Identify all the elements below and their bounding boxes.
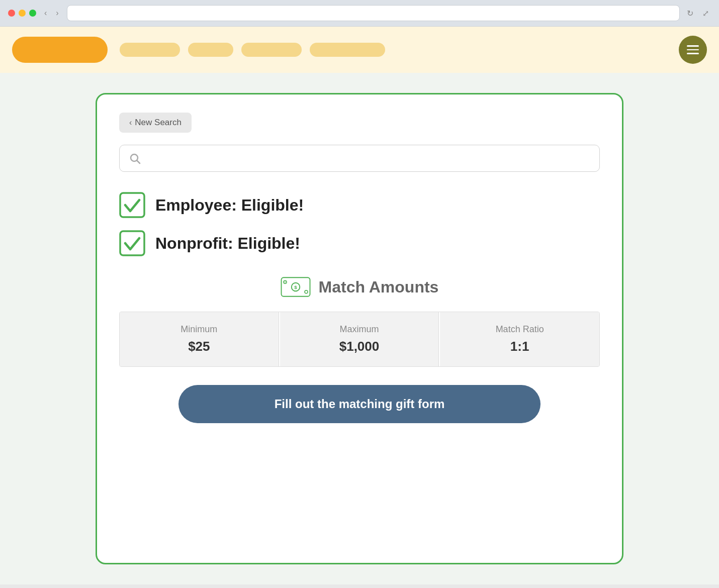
- match-ratio-stat: Match Ratio 1:1: [440, 312, 599, 366]
- reload-button[interactable]: ↻: [685, 7, 695, 20]
- match-amounts-title: Match Amounts: [319, 278, 439, 297]
- nav-pill-3[interactable]: [241, 43, 302, 57]
- new-search-label: New Search: [135, 118, 182, 128]
- svg-line-1: [137, 161, 140, 164]
- nav-logo[interactable]: [12, 37, 108, 63]
- minimum-stat: Minimum $25: [120, 312, 279, 366]
- expand-button[interactable]: ⤢: [700, 7, 711, 20]
- maximize-button[interactable]: [29, 10, 36, 17]
- employee-eligibility-row: Employee: Eligible!: [119, 192, 600, 218]
- svg-text:$: $: [294, 284, 297, 290]
- search-box: [119, 145, 600, 172]
- svg-point-9: [305, 290, 308, 293]
- chevron-left-icon: ‹: [129, 118, 132, 127]
- maximum-stat: Maximum $1,000: [280, 312, 439, 366]
- stats-grid: Minimum $25 Maximum $1,000 Match Ratio 1…: [119, 312, 600, 367]
- close-button[interactable]: [8, 10, 15, 17]
- nav-pill-4[interactable]: [310, 43, 385, 57]
- maximum-value: $1,000: [290, 339, 429, 354]
- svg-rect-3: [120, 231, 144, 255]
- match-ratio-value: 1:1: [450, 339, 589, 354]
- browser-chrome: ‹ › ↻ ⤢: [0, 0, 719, 27]
- minimize-button[interactable]: [19, 10, 26, 17]
- fill-form-button[interactable]: Fill out the matching gift form: [178, 385, 541, 423]
- match-amounts-header: $ Match Amounts: [119, 276, 600, 298]
- money-icon: $: [281, 276, 311, 298]
- hamburger-menu-button[interactable]: [679, 36, 707, 64]
- hamburger-line-3: [687, 53, 699, 54]
- minimum-value: $25: [130, 339, 268, 354]
- new-search-button[interactable]: ‹ New Search: [119, 113, 192, 133]
- maximum-label: Maximum: [290, 324, 429, 335]
- address-bar[interactable]: [67, 5, 680, 21]
- hamburger-line-1: [687, 45, 699, 47]
- employee-eligibility-label: Employee: Eligible!: [155, 196, 304, 215]
- minimum-label: Minimum: [130, 324, 268, 335]
- nonprofit-eligibility-label: Nonprofit: Eligible!: [155, 234, 300, 253]
- nav-buttons: ‹ ›: [41, 8, 62, 19]
- nonprofit-check-icon: [119, 230, 145, 256]
- main-content: ‹ New Search Employee: Eligible!: [0, 73, 719, 584]
- employee-check-icon: [119, 192, 145, 218]
- nonprofit-eligibility-row: Nonprofit: Eligible!: [119, 230, 600, 256]
- app-navbar: [0, 27, 719, 73]
- search-input[interactable]: [147, 153, 590, 163]
- hamburger-line-2: [687, 49, 699, 51]
- eligibility-card: ‹ New Search Employee: Eligible!: [96, 93, 623, 564]
- svg-rect-2: [120, 193, 144, 217]
- forward-button[interactable]: ›: [53, 8, 61, 19]
- match-ratio-label: Match Ratio: [450, 324, 589, 335]
- browser-titlebar: ‹ › ↻ ⤢: [0, 0, 719, 26]
- traffic-lights: [8, 10, 36, 17]
- nav-pill-1[interactable]: [120, 43, 180, 57]
- nav-pill-2[interactable]: [188, 43, 233, 57]
- back-button[interactable]: ‹: [41, 8, 50, 19]
- search-icon: [129, 152, 141, 164]
- nav-pills: [120, 43, 667, 57]
- eligibility-section: Employee: Eligible! Nonprofit: Eligible!: [119, 192, 600, 256]
